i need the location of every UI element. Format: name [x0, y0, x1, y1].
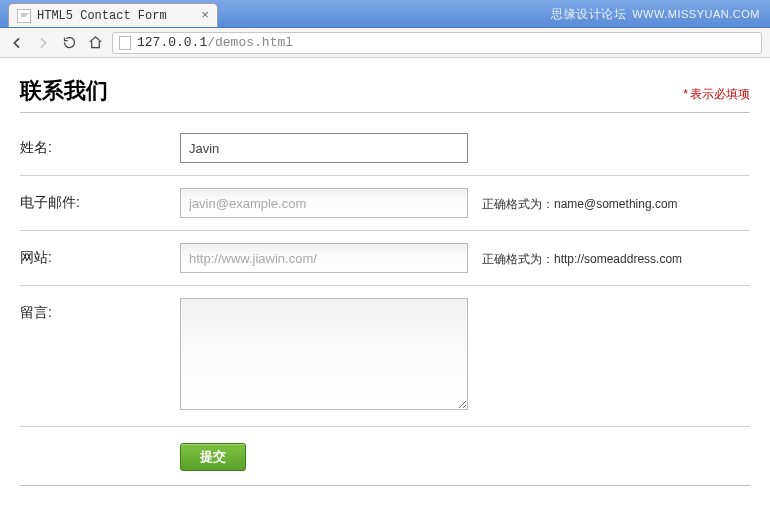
name-input[interactable] — [180, 133, 468, 163]
required-star-icon: * — [683, 87, 688, 101]
forward-button[interactable] — [34, 34, 52, 52]
hint-website: 正确格式为：http://someaddress.com — [470, 243, 682, 268]
required-note: *表示必填项 — [683, 86, 750, 103]
tab-title: HTML5 Contact Form — [37, 9, 167, 23]
label-website: 网站: — [20, 243, 180, 267]
home-button[interactable] — [86, 34, 104, 52]
watermark: 思缘设计论坛WWW.MISSYUAN.COM — [551, 6, 760, 23]
submit-button[interactable]: 提交 — [180, 443, 246, 471]
back-button[interactable] — [8, 34, 26, 52]
browser-tab[interactable]: HTML5 Contact Form × — [8, 3, 218, 27]
website-input[interactable] — [180, 243, 468, 273]
label-message: 留言: — [20, 298, 180, 322]
row-name: 姓名: — [20, 121, 750, 176]
row-message: 留言: — [20, 286, 750, 427]
row-submit: 提交 — [20, 427, 750, 486]
url-host: 127.0.0.1 — [137, 35, 207, 50]
page-content: 联系我们 *表示必填项 姓名: 电子邮件: 正确格式为：name@somethi… — [0, 58, 770, 486]
page-icon — [17, 9, 31, 23]
browser-tabbar: HTML5 Contact Form × 思缘设计论坛WWW.MISSYUAN.… — [0, 0, 770, 28]
page-title: 联系我们 — [20, 76, 108, 106]
row-email: 电子邮件: 正确格式为：name@something.com — [20, 176, 750, 231]
address-bar[interactable]: 127.0.0.1/demos.html — [112, 32, 762, 54]
message-textarea[interactable] — [180, 298, 468, 410]
reload-button[interactable] — [60, 34, 78, 52]
file-icon — [119, 36, 131, 50]
url-path: /demos.html — [207, 35, 293, 50]
email-input[interactable] — [180, 188, 468, 218]
hint-email: 正确格式为：name@something.com — [470, 188, 678, 213]
row-website: 网站: 正确格式为：http://someaddress.com — [20, 231, 750, 286]
browser-toolbar: 127.0.0.1/demos.html — [0, 28, 770, 58]
label-name: 姓名: — [20, 133, 180, 157]
label-email: 电子邮件: — [20, 188, 180, 212]
close-icon[interactable]: × — [201, 9, 209, 22]
